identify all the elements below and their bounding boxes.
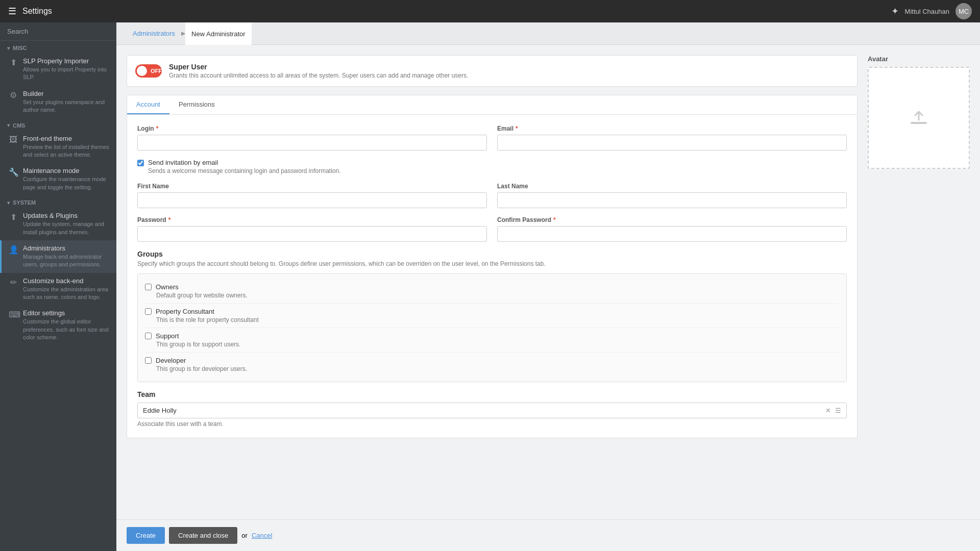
group-support-label[interactable]: Support <box>156 332 179 340</box>
group-developer-checkbox[interactable] <box>145 357 152 364</box>
sidebar-item-maintenance-desc: Configure the maintenance mode page and … <box>23 176 109 191</box>
sidebar-search-area[interactable]: Search <box>0 22 116 41</box>
confirm-password-input[interactable] <box>497 226 847 242</box>
login-required: * <box>156 125 159 132</box>
groups-title: Groups <box>137 250 847 258</box>
group-support-desc: This group is for support users. <box>156 341 839 348</box>
team-clear-icon[interactable]: ✕ <box>825 407 831 414</box>
last-name-input[interactable] <box>497 192 847 208</box>
sidebar-item-builder[interactable]: ⚙ Builder Set your plugins namespace and… <box>0 86 116 118</box>
sidebar-item-updates-desc: Update the system, manage and install pl… <box>23 220 109 236</box>
send-invitation-row: Send invitation by email Sends a welcome… <box>137 159 847 174</box>
sidebar-item-maintenance-mode[interactable]: 🔧 Maintenance mode Configure the mainten… <box>0 163 116 195</box>
sidebar-section-system-label[interactable]: ▾ SYSTEM <box>7 199 109 206</box>
group-support-checkbox[interactable] <box>145 333 152 339</box>
first-name-group: First Name <box>137 183 487 208</box>
sidebar-item-builder-title: Builder <box>23 90 109 97</box>
chevron-down-icon: ▾ <box>7 200 10 206</box>
team-title: Team <box>137 390 847 398</box>
first-name-label: First Name <box>137 183 487 190</box>
sidebar-section-misc-label[interactable]: ▾ MISC <box>7 45 109 51</box>
sidebar-item-editor-settings[interactable]: ⌨ Editor settings Customize the global e… <box>0 305 116 345</box>
create-close-button[interactable]: Create and close <box>169 527 237 544</box>
avatar-upload-box[interactable] <box>868 67 970 169</box>
form-area: OFF Super User Grants this account unlim… <box>116 45 980 519</box>
avatar[interactable]: MC <box>955 3 972 19</box>
password-input[interactable] <box>137 226 487 242</box>
group-owners-label[interactable]: Owners <box>156 283 179 291</box>
last-name-label: Last Name <box>497 183 847 190</box>
send-invitation-checkbox[interactable] <box>137 160 144 166</box>
user-icon: 👤 <box>9 245 18 255</box>
password-group: Password * <box>137 216 487 242</box>
password-row: Password * Confirm Password * <box>137 216 847 242</box>
super-user-toggle[interactable]: OFF <box>135 64 162 78</box>
toggle-thumb <box>137 66 147 76</box>
update-icon: ⬆ <box>9 212 18 222</box>
groups-box: Owners Default group for website owners.… <box>137 273 847 382</box>
super-user-desc: Grants this account unlimited access to … <box>169 72 468 79</box>
topbar: ☰ Settings ✦ Mittul Chauhan MC <box>0 0 980 22</box>
confirm-password-label: Confirm Password * <box>497 216 847 223</box>
group-developer: Developer This group is for developer us… <box>145 353 839 377</box>
team-list-icon[interactable]: ☰ <box>835 407 841 414</box>
sidebar-search-label[interactable]: Search <box>7 28 28 35</box>
group-developer-label[interactable]: Developer <box>156 357 186 364</box>
login-group: Login * <box>137 125 487 151</box>
super-user-title: Super User <box>169 63 468 71</box>
email-label: Email * <box>497 125 847 132</box>
group-property-consultant: Property Consultant This is the role for… <box>145 304 839 328</box>
sidebar-item-updates-plugins[interactable]: ⬆ Updates & Plugins Update the system, m… <box>0 208 116 240</box>
app-title: Settings <box>22 7 52 16</box>
image-icon: 🖼 <box>9 135 18 144</box>
toggle-track: OFF <box>135 64 162 78</box>
hamburger-icon[interactable]: ☰ <box>8 6 16 17</box>
wrench-icon: 🔧 <box>9 167 18 177</box>
email-input[interactable] <box>497 135 847 151</box>
first-name-input[interactable] <box>137 192 487 208</box>
sidebar-item-customize-backend[interactable]: ✏ Customize back-end Customize the admin… <box>0 273 116 306</box>
password-required: * <box>168 216 171 223</box>
group-owners-checkbox[interactable] <box>145 284 152 290</box>
group-property-desc: This is the role for property consultant <box>156 316 839 323</box>
send-invitation-label[interactable]: Send invitation by email <box>148 159 218 166</box>
login-label: Login * <box>137 125 487 132</box>
group-support: Support This group is for support users. <box>145 328 839 353</box>
sidebar-item-slp-property-importer[interactable]: ⬆ SLP Property Importer Allows you to im… <box>0 53 116 86</box>
group-owners-desc: Default group for website owners. <box>156 292 839 299</box>
create-button[interactable]: Create <box>127 527 165 544</box>
login-input[interactable] <box>137 135 487 151</box>
sidebar-item-maintenance-title: Maintenance mode <box>23 167 109 174</box>
sidebar-item-administrators[interactable]: 👤 Administrators Manage back-end adminis… <box>0 240 116 273</box>
footer-buttons: Create Create and close or Cancel <box>116 519 980 551</box>
login-email-row: Login * Email * <box>137 125 847 151</box>
tab-permissions[interactable]: Permissions <box>169 95 224 114</box>
topbar-username[interactable]: Mittul Chauhan <box>905 8 949 15</box>
group-property-label[interactable]: Property Consultant <box>156 308 214 315</box>
groups-desc: Specify which groups the account should … <box>137 260 847 267</box>
breadcrumb-administrators[interactable]: Administrators <box>127 22 181 45</box>
sidebar-section-system: ▾ SYSTEM <box>0 195 116 208</box>
sidebar-section-cms-label[interactable]: ▾ CMS <box>7 122 109 129</box>
breadcrumb: Administrators ▶ New Administrator <box>116 22 980 45</box>
team-select[interactable]: Eddie Holly ✕ ☰ <box>137 403 847 418</box>
last-name-group: Last Name <box>497 183 847 208</box>
svg-rect-0 <box>911 122 927 124</box>
edit-icon: ✏ <box>9 278 18 287</box>
form-main: OFF Super User Grants this account unlim… <box>127 55 857 509</box>
tab-account[interactable]: Account <box>127 95 169 114</box>
sidebar-item-administrators-desc: Manage back-end administrator users, gro… <box>23 253 109 269</box>
topbar-help-icon[interactable]: ✦ <box>891 6 899 17</box>
breadcrumb-new-administrator[interactable]: New Administrator <box>185 22 251 45</box>
sidebar-item-updates-title: Updates & Plugins <box>23 212 109 219</box>
sidebar-item-slp-desc: Allows you to import Property into SLP. <box>23 66 109 82</box>
sidebar-item-slp-title: SLP Property Importer <box>23 57 109 65</box>
group-owners: Owners Default group for website owners. <box>145 279 839 304</box>
upload-icon: ⬆ <box>9 58 18 67</box>
send-invitation-desc: Sends a welcome message containing login… <box>148 167 341 174</box>
sidebar-item-front-end-theme[interactable]: 🖼 Front-end theme Preview the list of in… <box>0 131 116 163</box>
confirm-password-required: * <box>553 216 556 223</box>
email-required: * <box>516 125 518 132</box>
cancel-button[interactable]: Cancel <box>252 532 272 539</box>
group-property-checkbox[interactable] <box>145 308 152 315</box>
